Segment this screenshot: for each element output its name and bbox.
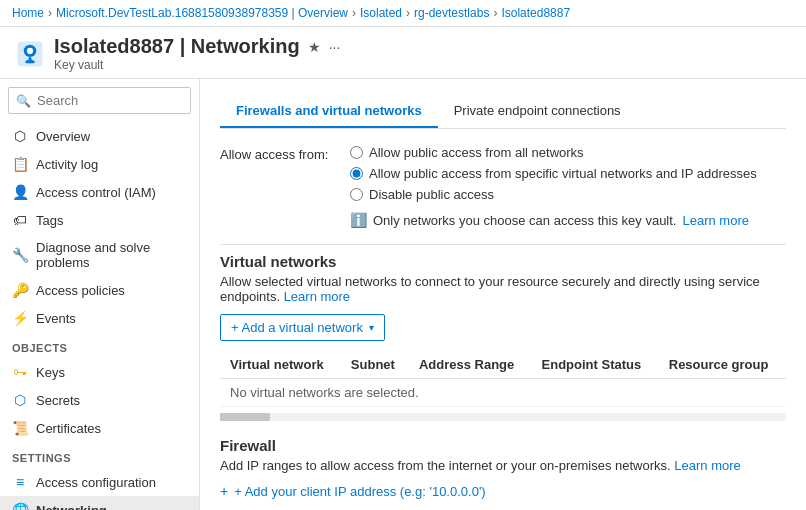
settings-section-label: Settings [0,442,199,468]
header-text-group: Isolated8887 | Networking ★ ··· Key vaul… [54,35,340,72]
sidebar-item-networking[interactable]: 🌐 Networking [0,496,199,510]
vnet-learn-more-link[interactable]: Learn more [284,289,350,304]
info-learn-more-link[interactable]: Learn more [682,213,748,228]
sidebar-label-certificates: Certificates [36,421,101,436]
info-note-text: Only networks you choose can access this… [373,213,676,228]
page-header: Isolated8887 | Networking ★ ··· Key vaul… [0,27,806,79]
sidebar-item-overview[interactable]: ⬡ Overview [0,122,199,150]
sidebar-label-networking: Networking [36,503,107,511]
radio-specific-networks[interactable]: Allow public access from specific virtua… [350,166,757,181]
page-title: Isolated8887 | Networking [54,35,300,58]
col-rg: Resource group [659,351,786,379]
sidebar-item-keys[interactable]: 🗝 Keys [0,358,199,386]
sidebar-item-iam[interactable]: 👤 Access control (IAM) [0,178,199,206]
search-input[interactable] [8,87,191,114]
sidebar-label-overview: Overview [36,129,90,144]
sidebar-item-events[interactable]: ⚡ Events [0,304,199,332]
sidebar-label-keys: Keys [36,365,65,380]
sidebar-label-access-policies: Access policies [36,283,125,298]
access-config-icon: ≡ [12,474,28,490]
radio-all-label: Allow public access from all networks [369,145,584,160]
objects-section-label: Objects [0,332,199,358]
add-vnet-label: + Add a virtual network [231,320,363,335]
search-icon: 🔍 [16,94,31,108]
favorite-icon[interactable]: ★ [308,39,321,55]
col-vnet: Virtual network [220,351,341,379]
secrets-icon: ⬡ [12,392,28,408]
radio-disable-label: Disable public access [369,187,494,202]
more-icon[interactable]: ··· [329,39,341,55]
search-box: 🔍 [8,87,191,114]
add-vnet-button[interactable]: + Add a virtual network ▾ [220,314,385,341]
sidebar: 🔍 ⬡ Overview 📋 Activity log 👤 Access con… [0,79,200,510]
col-address: Address Range [409,351,532,379]
firewall-learn-more-link[interactable]: Learn more [674,458,740,473]
sidebar-label-iam: Access control (IAM) [36,185,156,200]
allow-access-label: Allow access from: [220,145,350,162]
firewall-section-title: Firewall [220,437,786,454]
scrollbar-thumb [220,413,270,421]
info-icon: ℹ️ [350,212,367,228]
allow-access-row: Allow access from: Allow public access f… [220,145,786,228]
radio-specific-label: Allow public access from specific virtua… [369,166,757,181]
firewall-desc: Add IP ranges to allow access from the i… [220,458,786,473]
sidebar-label-activity: Activity log [36,157,98,172]
sidebar-item-secrets[interactable]: ⬡ Secrets [0,386,199,414]
add-ip-row[interactable]: + + Add your client IP address (e.g: '10… [220,483,786,499]
sidebar-item-activity-log[interactable]: 📋 Activity log [0,150,199,178]
table-row-empty: No virtual networks are selected. [220,379,786,407]
page-subtitle: Key vault [54,58,340,72]
sidebar-label-tags: Tags [36,213,63,228]
tab-firewalls[interactable]: Firewalls and virtual networks [220,95,438,128]
sidebar-item-access-config[interactable]: ≡ Access configuration [0,468,199,496]
breadcrumb-home[interactable]: Home [12,6,44,20]
col-endpoint: Endpoint Status [532,351,659,379]
breadcrumb: Home › Microsoft.DevTestLab.168815809389… [0,0,806,27]
vnet-table: Virtual network Subnet Address Range End… [220,351,786,407]
dropdown-chevron-icon: ▾ [369,322,374,333]
svg-rect-3 [25,60,34,63]
sidebar-label-diagnose: Diagnose and solve problems [36,240,187,270]
activity-icon: 📋 [12,156,28,172]
overview-icon: ⬡ [12,128,28,144]
sidebar-label-secrets: Secrets [36,393,80,408]
no-data-message: No virtual networks are selected. [220,379,786,407]
iam-icon: 👤 [12,184,28,200]
breadcrumb-rg[interactable]: rg-devtestlabs [414,6,489,20]
breadcrumb-resource[interactable]: Isolated8887 [501,6,570,20]
keyvault-icon [16,40,44,68]
radio-all-networks[interactable]: Allow public access from all networks [350,145,757,160]
content-area: Firewalls and virtual networks Private e… [200,79,806,510]
add-ip-label: + Add your client IP address (e.g: '10.0… [234,484,486,499]
breadcrumb-isolated[interactable]: Isolated [360,6,402,20]
sidebar-label-access-config: Access configuration [36,475,156,490]
tab-private-endpoints[interactable]: Private endpoint connections [438,95,637,128]
vnet-section-desc: Allow selected virtual networks to conne… [220,274,786,304]
plus-icon: + [220,483,228,499]
main-layout: 🔍 ⬡ Overview 📋 Activity log 👤 Access con… [0,79,806,510]
sidebar-item-certificates[interactable]: 📜 Certificates [0,414,199,442]
diagnose-icon: 🔧 [12,247,28,263]
firewall-section: Firewall Add IP ranges to allow access f… [220,437,786,499]
divider-1 [220,244,786,245]
radio-disable[interactable]: Disable public access [350,187,757,202]
breadcrumb-lab[interactable]: Microsoft.DevTestLab.16881580938978359 |… [56,6,348,20]
certificates-icon: 📜 [12,420,28,436]
keys-icon: 🗝 [12,364,28,380]
info-note: ℹ️ Only networks you choose can access t… [350,212,757,228]
sidebar-item-tags[interactable]: 🏷 Tags [0,206,199,234]
access-policies-icon: 🔑 [12,282,28,298]
vnet-section: Virtual networks Allow selected virtual … [220,253,786,421]
sidebar-item-access-policies[interactable]: 🔑 Access policies [0,276,199,304]
events-icon: ⚡ [12,310,28,326]
svg-point-1 [27,47,33,53]
sidebar-item-diagnose[interactable]: 🔧 Diagnose and solve problems [0,234,199,276]
tabs-bar: Firewalls and virtual networks Private e… [220,95,786,129]
radio-group: Allow public access from all networks Al… [350,145,757,228]
tags-icon: 🏷 [12,212,28,228]
vnet-section-title: Virtual networks [220,253,786,270]
firewall-desc-text: Add IP ranges to allow access from the i… [220,458,671,473]
col-subnet: Subnet [341,351,409,379]
networking-icon: 🌐 [12,502,28,510]
horizontal-scrollbar[interactable] [220,413,786,421]
